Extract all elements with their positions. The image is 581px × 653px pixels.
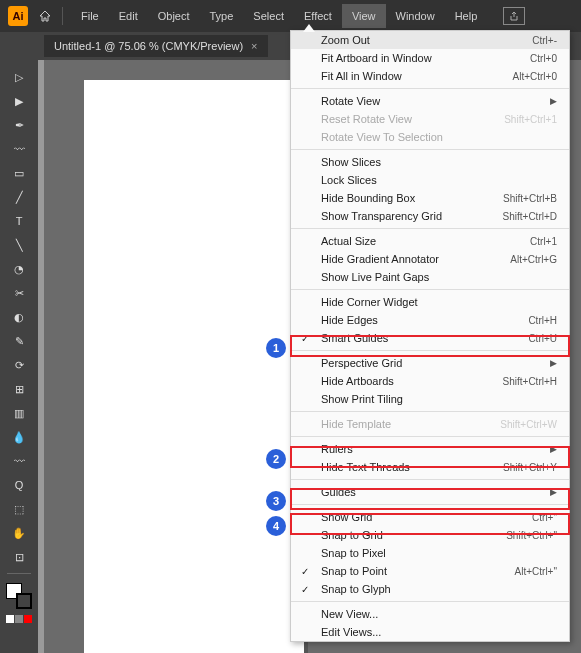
menu-view[interactable]: View [342, 4, 386, 28]
menu-item-show-grid[interactable]: Show GridCtrl+" [291, 508, 569, 526]
tool-0[interactable]: ▷ [7, 66, 31, 88]
tool-9[interactable]: ✂ [7, 282, 31, 304]
menu-separator [291, 350, 569, 351]
menu-item-label: Hide Bounding Box [321, 192, 415, 204]
menu-item-shortcut: Shift+Ctrl+B [503, 193, 557, 204]
menu-item-label: Fit All in Window [321, 70, 402, 82]
menu-separator [291, 411, 569, 412]
tool-16[interactable]: 〰 [7, 450, 31, 472]
tool-20[interactable]: ⊡ [7, 546, 31, 568]
menu-item-lock-slices[interactable]: Lock Slices [291, 171, 569, 189]
tool-6[interactable]: T [7, 210, 31, 232]
menu-arrow-icon [303, 24, 315, 32]
menu-item-rulers[interactable]: Rulers▶ [291, 440, 569, 458]
menu-item-shortcut: Shift+Ctrl+Y [503, 462, 557, 473]
top-menubar: Ai FileEditObjectTypeSelectEffectViewWin… [0, 0, 581, 32]
tools-panel: ▷▶✒〰▭╱T╲◔✂◐✎⟳⊞▥💧〰Q⬚✋⊡ [0, 60, 38, 653]
color-mode-icon[interactable] [6, 615, 32, 623]
tool-1[interactable]: ▶ [7, 90, 31, 112]
menu-item-show-slices[interactable]: Show Slices [291, 153, 569, 171]
home-icon[interactable] [36, 7, 54, 25]
menu-window[interactable]: Window [386, 4, 445, 28]
menu-item-label: Show Live Paint Gaps [321, 271, 429, 283]
menu-item-snap-to-glyph[interactable]: ✓Snap to Glyph [291, 580, 569, 598]
tool-5[interactable]: ╱ [7, 186, 31, 208]
tool-17[interactable]: Q [7, 474, 31, 496]
menu-item-snap-to-pixel[interactable]: Snap to Pixel [291, 544, 569, 562]
tool-19[interactable]: ✋ [7, 522, 31, 544]
menu-separator [291, 149, 569, 150]
tab-title: Untitled-1 @ 75.06 % (CMYK/Preview) [54, 40, 243, 52]
tool-14[interactable]: ▥ [7, 402, 31, 424]
menu-item-zoom-out[interactable]: Zoom OutCtrl+- [291, 31, 569, 49]
menu-item-hide-corner-widget[interactable]: Hide Corner Widget [291, 293, 569, 311]
menu-item-label: New View... [321, 608, 378, 620]
menu-item-label: Smart Guides [321, 332, 388, 344]
menu-item-label: Hide Corner Widget [321, 296, 418, 308]
menu-item-shortcut: Alt+Ctrl+0 [513, 71, 557, 82]
menu-separator [291, 504, 569, 505]
tool-10[interactable]: ◐ [7, 306, 31, 328]
menu-effect[interactable]: Effect [294, 4, 342, 28]
tool-11[interactable]: ✎ [7, 330, 31, 352]
menu-item-shortcut: Alt+Ctrl+G [510, 254, 557, 265]
menu-item-fit-all-in-window[interactable]: Fit All in WindowAlt+Ctrl+0 [291, 67, 569, 85]
menu-item-hide-edges[interactable]: Hide EdgesCtrl+H [291, 311, 569, 329]
menu-item-actual-size[interactable]: Actual SizeCtrl+1 [291, 232, 569, 250]
menu-item-label: Actual Size [321, 235, 376, 247]
menu-item-snap-to-grid[interactable]: Snap to GridShift+Ctrl+" [291, 526, 569, 544]
menu-edit[interactable]: Edit [109, 4, 148, 28]
tool-2[interactable]: ✒ [7, 114, 31, 136]
menu-item-show-transparency-grid[interactable]: Show Transparency GridShift+Ctrl+D [291, 207, 569, 225]
close-icon[interactable]: × [251, 40, 257, 52]
menu-item-edit-views[interactable]: Edit Views... [291, 623, 569, 641]
menu-item-shortcut: Ctrl+- [532, 35, 557, 46]
tool-13[interactable]: ⊞ [7, 378, 31, 400]
menu-object[interactable]: Object [148, 4, 200, 28]
tool-15[interactable]: 💧 [7, 426, 31, 448]
menu-select[interactable]: Select [243, 4, 294, 28]
menu-item-fit-artboard-in-window[interactable]: Fit Artboard in WindowCtrl+0 [291, 49, 569, 67]
menu-help[interactable]: Help [445, 4, 488, 28]
menu-item-hide-artboards[interactable]: Hide ArtboardsShift+Ctrl+H [291, 372, 569, 390]
share-icon[interactable] [503, 7, 525, 25]
annotation-callout-4: 4 [266, 516, 286, 536]
tool-8[interactable]: ◔ [7, 258, 31, 280]
tool-4[interactable]: ▭ [7, 162, 31, 184]
menu-separator [291, 228, 569, 229]
tool-18[interactable]: ⬚ [7, 498, 31, 520]
menu-item-label: Rulers [321, 443, 353, 455]
document-tab[interactable]: Untitled-1 @ 75.06 % (CMYK/Preview) × [44, 35, 268, 57]
menu-item-label: Rotate View [321, 95, 380, 107]
menu-item-label: Lock Slices [321, 174, 377, 186]
app-logo: Ai [8, 6, 28, 26]
menu-item-label: Snap to Pixel [321, 547, 386, 559]
menu-item-shortcut: Ctrl+0 [530, 53, 557, 64]
menu-item-smart-guides[interactable]: ✓Smart GuidesCtrl+U [291, 329, 569, 347]
menu-separator [291, 601, 569, 602]
menu-item-label: Edit Views... [321, 626, 381, 638]
menu-item-hide-gradient-annotator[interactable]: Hide Gradient AnnotatorAlt+Ctrl+G [291, 250, 569, 268]
menu-item-shortcut: Shift+Ctrl+W [500, 419, 557, 430]
menu-item-perspective-grid[interactable]: Perspective Grid▶ [291, 354, 569, 372]
menu-item-show-print-tiling[interactable]: Show Print Tiling [291, 390, 569, 408]
menu-item-hide-text-threads[interactable]: Hide Text ThreadsShift+Ctrl+Y [291, 458, 569, 476]
tool-7[interactable]: ╲ [7, 234, 31, 256]
menu-file[interactable]: File [71, 4, 109, 28]
tool-3[interactable]: 〰 [7, 138, 31, 160]
menu-item-hide-bounding-box[interactable]: Hide Bounding BoxShift+Ctrl+B [291, 189, 569, 207]
menu-item-shortcut: Alt+Ctrl+" [515, 566, 557, 577]
menu-item-guides[interactable]: Guides▶ [291, 483, 569, 501]
artboard [84, 80, 304, 653]
menu-item-shortcut: Ctrl+U [528, 333, 557, 344]
menu-item-show-live-paint-gaps[interactable]: Show Live Paint Gaps [291, 268, 569, 286]
tool-12[interactable]: ⟳ [7, 354, 31, 376]
menu-item-label: Fit Artboard in Window [321, 52, 432, 64]
menu-type[interactable]: Type [200, 4, 244, 28]
menu-item-rotate-view[interactable]: Rotate View▶ [291, 92, 569, 110]
menu-item-reset-rotate-view: Reset Rotate ViewShift+Ctrl+1 [291, 110, 569, 128]
menu-separator [291, 289, 569, 290]
menu-item-snap-to-point[interactable]: ✓Snap to PointAlt+Ctrl+" [291, 562, 569, 580]
menu-item-new-view[interactable]: New View... [291, 605, 569, 623]
fill-stroke-icon[interactable] [6, 583, 32, 609]
